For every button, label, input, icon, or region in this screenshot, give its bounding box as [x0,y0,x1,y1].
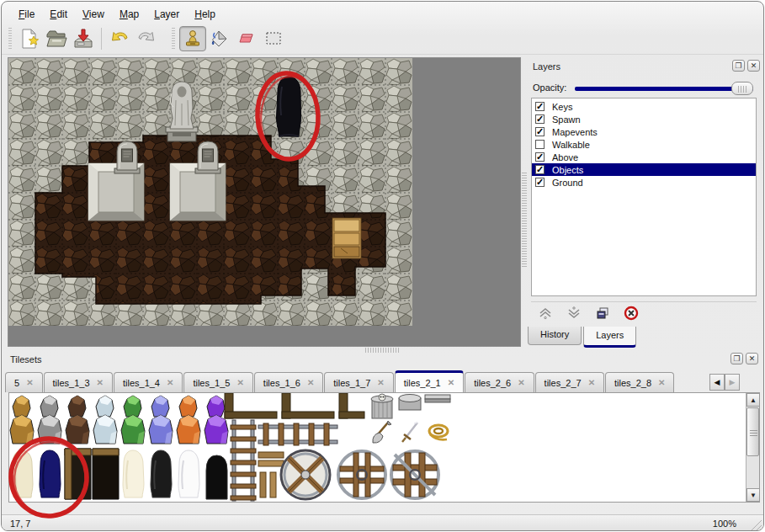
tileset-view[interactable]: ▲ ▼ [8,392,760,503]
menu-map[interactable]: Map [112,7,146,22]
close-tab-icon[interactable]: ✕ [236,378,243,387]
menu-help[interactable]: Help [187,7,223,22]
layer-visibility-checkbox[interactable]: ✓ [535,127,545,136]
menu-view[interactable]: View [75,7,112,22]
tileset-tab-tiles_2_6[interactable]: tiles_2_6✕ [465,372,534,392]
tileset-tab-tiles_2_8[interactable]: tiles_2_8✕ [605,372,674,392]
ice-rock-tile[interactable] [93,396,117,444]
layer-visibility-checkbox[interactable]: ✓ [535,165,545,174]
black-hooded-figure-tile[interactable] [151,450,172,497]
toolbar-drag-handle[interactable] [7,28,13,50]
menu-file[interactable]: File [11,7,42,22]
tilesets-panel: Tilesets ❐ ✕ 5✕tiles_1_3✕tiles_1_4✕tiles… [5,352,763,514]
silver-ore-rock-tile[interactable] [38,396,61,444]
tileset-tab-tiles_2_7[interactable]: tiles_2_7✕ [535,372,604,392]
new-map-button[interactable] [16,26,43,51]
tileset-tab-tiles_1_7[interactable]: tiles_1_7✕ [324,372,393,392]
float-panel-icon[interactable]: ❐ [732,60,745,72]
close-tab-icon[interactable]: ✕ [588,378,595,387]
close-tab-icon[interactable]: ✕ [377,378,384,387]
tileset-tab-tiles_1_6[interactable]: tiles_1_6✕ [254,372,323,392]
black-arch-tile[interactable] [206,455,227,499]
layer-row-objects[interactable]: ✓Objects [532,163,756,176]
map-panel-splitter[interactable] [522,173,527,269]
layers-panel-title: Layers [533,61,560,72]
open-map-button[interactable] [43,26,70,51]
green-crystal-tile[interactable] [121,396,145,444]
stamp-icon [182,28,204,50]
layer-row-spawn[interactable]: ✓Spawn [532,113,756,125]
lower-layer-button[interactable] [565,305,583,322]
tileset-tab-tiles_1_5[interactable]: tiles_1_5✕ [183,372,252,392]
horizontal-track [258,423,337,445]
opacity-slider-handle[interactable] [731,82,753,95]
gold-ore-rock-tile[interactable] [10,396,34,444]
door-frame-left-tile[interactable] [65,449,91,499]
eraser-tool-button[interactable] [233,26,260,51]
layer-row-above[interactable]: ✓Above [532,151,756,163]
scroll-tabs-right-icon[interactable]: ▶ [725,374,740,391]
close-tab-icon[interactable]: ✕ [658,378,665,387]
snow-hooded-figure-tile[interactable] [178,450,199,497]
tileset-scrollbar[interactable]: ▲ ▼ [746,393,759,502]
resize-grip[interactable] [750,519,762,530]
track-junction-2 [391,451,438,498]
tileset-tab-tiles_1_3[interactable]: tiles_1_3✕ [44,372,113,392]
tileset-tab-label: tiles_2_7 [545,378,582,388]
orange-crystal-tile[interactable] [177,396,200,444]
scrollbar-up-icon[interactable]: ▲ [746,393,760,407]
map-editor-window: FileEditViewMapLayerHelp [1,1,764,531]
close-tab-icon[interactable]: ✕ [307,378,314,387]
rect-select-tool-button[interactable] [260,26,287,51]
dock-tab-history[interactable]: History [528,327,582,345]
scrollbar-down-icon[interactable]: ▼ [746,488,760,502]
duplicate-layer-button[interactable] [593,305,612,322]
fill-tool-button[interactable] [206,26,233,51]
raise-layer-button[interactable] [536,305,555,322]
zoom-level: 100% [713,519,736,529]
close-tab-icon[interactable]: ✕ [26,378,33,387]
close-tab-icon[interactable]: ✕ [448,378,454,387]
pale-hooded-figure-tile[interactable] [123,450,144,497]
layer-visibility-checkbox[interactable]: ✓ [535,152,545,162]
save-map-button[interactable] [70,26,97,51]
blue-crystal-tile[interactable] [149,396,173,444]
scroll-tabs-left-icon[interactable]: ◀ [709,374,725,391]
dock-tab-layers[interactable]: Layers [583,327,636,348]
close-panel-icon[interactable]: ✕ [747,60,760,72]
menu-layer[interactable]: Layer [146,7,187,22]
door-frame-right-tile[interactable] [93,449,119,499]
layer-visibility-checkbox[interactable] [535,140,545,149]
cream-hooded-figure-tile[interactable] [12,450,33,497]
close-tilesets-icon[interactable]: ✕ [746,353,758,364]
undo-button[interactable] [106,26,133,51]
float-tilesets-icon[interactable]: ❐ [730,353,743,364]
opacity-slider[interactable] [575,87,753,91]
tileset-tab-label: tiles_2_6 [474,378,511,388]
layer-row-keys[interactable]: ✓Keys [532,100,756,113]
coiled-rope [429,425,448,439]
stamp-tool-button[interactable] [179,26,206,51]
layer-row-ground[interactable]: ✓Ground [532,176,756,189]
delete-layer-button[interactable] [622,305,640,322]
redo-button[interactable] [133,26,160,51]
scrollbar-thumb[interactable] [746,407,759,456]
map-canvas[interactable] [8,57,521,347]
close-tab-icon[interactable]: ✕ [97,378,104,387]
layer-visibility-checkbox[interactable]: ✓ [535,102,545,111]
layer-visibility-checkbox[interactable]: ✓ [535,114,545,124]
toolbar-drag-handle-2[interactable] [170,28,176,50]
close-tab-icon[interactable]: ✕ [518,378,524,387]
dark-brown-rock-tile[interactable] [66,396,89,444]
navy-hooded-figure-tile[interactable] [40,450,61,497]
layers-panel-header: Layers ❐ ✕ [528,59,762,76]
dock-tabs: HistoryLayers [528,327,638,348]
tileset-tab-tiles_2_1[interactable]: tiles_2_1✕ [395,370,464,392]
tileset-tab-tiles_1_4[interactable]: tiles_1_4✕ [114,372,183,392]
layer-visibility-checkbox[interactable]: ✓ [535,178,545,187]
layer-row-mapevents[interactable]: ✓Mapevents [532,125,756,138]
close-tab-icon[interactable]: ✕ [167,378,173,387]
layer-row-walkable[interactable]: Walkable [532,138,756,151]
menu-edit[interactable]: Edit [42,7,75,22]
tileset-tab-5[interactable]: 5✕ [5,372,43,392]
